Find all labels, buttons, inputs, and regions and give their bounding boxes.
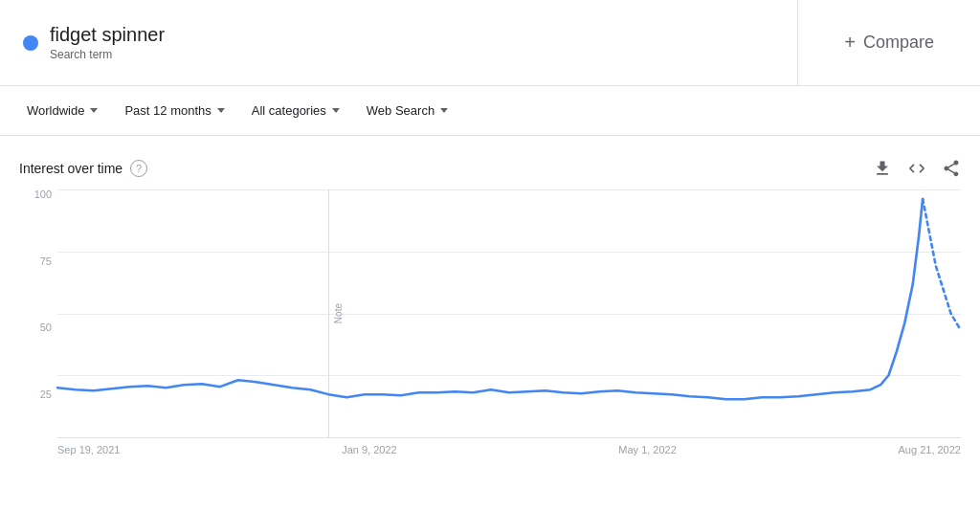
filter-time-button[interactable]: Past 12 months — [113, 98, 235, 123]
x-label-jan: Jan 9, 2022 — [342, 444, 397, 455]
search-term-text: fidget spinner Search term — [50, 24, 165, 61]
y-label-75: 75 — [40, 256, 52, 267]
filter-time-label: Past 12 months — [124, 103, 211, 118]
x-label-sep: Sep 19, 2021 — [57, 444, 120, 455]
chart-title-row: Interest over time ? — [19, 160, 147, 177]
y-label-50: 50 — [40, 322, 52, 333]
filter-category-chevron-icon — [332, 108, 340, 113]
term-color-dot — [23, 35, 38, 51]
filter-region-label: Worldwide — [27, 103, 84, 118]
embed-button[interactable] — [907, 159, 926, 178]
chart-title: Interest over time — [19, 161, 122, 176]
filters-bar: Worldwide Past 12 months All categories … — [0, 86, 980, 136]
x-label-may: May 1, 2022 — [618, 444, 677, 455]
y-label-25: 25 — [40, 389, 52, 400]
share-icon — [942, 159, 961, 178]
compare-plus-icon: + — [844, 32, 856, 54]
filter-region-chevron-icon — [90, 108, 98, 113]
filter-time-chevron-icon — [217, 108, 225, 113]
filter-searchtype-chevron-icon — [440, 108, 448, 113]
x-label-aug: Aug 21, 2022 — [899, 444, 961, 455]
compare-label: Compare — [863, 33, 934, 53]
download-button[interactable] — [873, 159, 892, 178]
filter-category-label: All categories — [252, 103, 326, 118]
chart-section: Interest over time ? 100 75 50 25 — [0, 144, 980, 494]
embed-icon — [907, 159, 926, 178]
filter-searchtype-button[interactable]: Web Search — [355, 98, 459, 123]
chart-area: Note — [57, 189, 961, 438]
search-term-section: fidget spinner Search term — [0, 0, 798, 85]
chart-wrapper: 100 75 50 25 Note — [0, 189, 980, 494]
y-label-100: 100 — [34, 189, 52, 200]
chart-line-solid — [57, 199, 923, 399]
chart-line-dotted — [923, 199, 961, 330]
filter-searchtype-label: Web Search — [367, 103, 434, 118]
search-term-name: fidget spinner — [50, 24, 165, 46]
top-bar: fidget spinner Search term + Compare — [0, 0, 980, 86]
y-axis-labels: 100 75 50 25 — [8, 189, 56, 455]
x-axis-labels: Sep 19, 2021 Jan 9, 2022 May 1, 2022 Aug… — [57, 438, 961, 455]
chart-header: Interest over time ? — [0, 159, 980, 189]
search-term-label: Search term — [50, 48, 165, 61]
help-icon[interactable]: ? — [130, 160, 147, 177]
chart-svg — [57, 189, 961, 437]
compare-section[interactable]: + Compare — [798, 0, 980, 85]
filter-region-button[interactable]: Worldwide — [15, 98, 109, 123]
filter-category-button[interactable]: All categories — [240, 98, 351, 123]
download-icon — [873, 159, 892, 178]
chart-actions — [873, 159, 961, 178]
share-button[interactable] — [942, 159, 961, 178]
